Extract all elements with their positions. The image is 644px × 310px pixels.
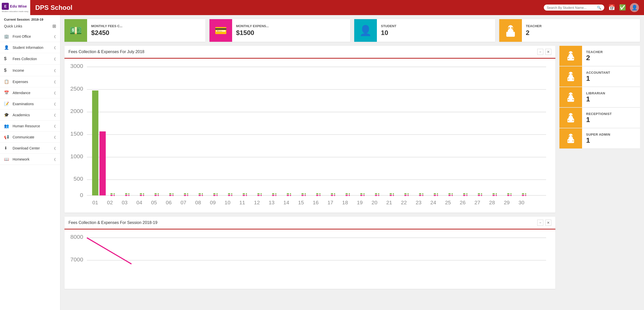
- tasks-icon[interactable]: ✅: [619, 4, 626, 11]
- svg-text:05: 05: [151, 200, 157, 205]
- svg-rect-132: [568, 99, 569, 100]
- accountant-role-info: ACCOUNTANT 1: [582, 68, 614, 86]
- role-card-receptionist: RECEPTIONIST 1: [559, 108, 640, 128]
- receptionist-role-info: RECEPTIONIST 1: [582, 109, 616, 127]
- sidebar-item-income[interactable]: $ Income ❮: [0, 65, 60, 76]
- role-card-teacher: TEACHER 2: [559, 46, 640, 66]
- teacher-value: 2: [526, 29, 542, 37]
- sidebar-item-student-information[interactable]: 👤 Student Information ❮: [0, 42, 60, 53]
- teacher-icon-box: [499, 19, 522, 42]
- examinations-label: Examinations: [13, 102, 54, 106]
- super-admin-role-name: SUPER ADMIN: [586, 133, 610, 136]
- svg-text:26: 26: [460, 200, 466, 205]
- july-chart-svg: 3000 2500 2000 1500 1000 500 0: [68, 62, 551, 209]
- student-info-icon: 👤: [4, 45, 10, 50]
- student-value: 10: [381, 29, 396, 37]
- sidebar: Current Session: 2018-19 Quick Links ⊞ 🏢…: [0, 15, 60, 310]
- sidebar-item-download-center[interactable]: ⬇ Download Center ❮: [0, 143, 60, 154]
- receptionist-role-icon-box: [559, 108, 582, 128]
- july-chart-minimize[interactable]: −: [537, 49, 543, 55]
- svg-text:20: 20: [372, 200, 377, 205]
- communicate-label: Communicate: [13, 135, 54, 139]
- svg-rect-129: [568, 96, 573, 98]
- svg-rect-115: [568, 55, 573, 57]
- student-label: STUDENT: [381, 24, 396, 28]
- layout: Current Session: 2018-19 Quick Links ⊞ 🏢…: [0, 15, 644, 310]
- monthly-expenses-label: MONTHLY EXPENS...: [236, 24, 269, 28]
- sidebar-item-communicate[interactable]: 📢 Communicate ❮: [0, 132, 60, 143]
- sidebar-item-fees-collection[interactable]: $ Fees Collection ❮: [0, 53, 60, 65]
- svg-point-144: [569, 135, 570, 136]
- attendance-icon: 📅: [4, 90, 10, 95]
- sidebar-item-front-office[interactable]: 🏢 Front Office ❮: [0, 31, 60, 42]
- svg-text:11: 11: [239, 200, 245, 205]
- svg-point-3: [508, 27, 510, 29]
- examinations-arrow: ❮: [54, 102, 56, 106]
- svg-text:16: 16: [313, 200, 318, 205]
- stat-card-teacher: TEACHER 2: [499, 19, 640, 42]
- sidebar-item-expenses[interactable]: 📋 Expenses ❮: [0, 76, 60, 87]
- sidebar-item-attendance[interactable]: 📅 Attendance ❮: [0, 87, 60, 98]
- role-card-librarian: LIBRARIAN 1: [559, 87, 640, 107]
- teacher-info: TEACHER 2: [522, 21, 546, 40]
- grid-icon[interactable]: ⊞: [52, 23, 56, 29]
- front-office-arrow: ❮: [54, 35, 56, 38]
- content-area: Fees Collection & Expenses For July 2018…: [64, 46, 640, 306]
- front-office-icon: 🏢: [4, 34, 10, 39]
- svg-text:03: 03: [122, 200, 127, 205]
- svg-rect-143: [568, 137, 573, 140]
- search-box[interactable]: 🔍: [544, 5, 604, 11]
- charts-column: Fees Collection & Expenses For July 2018…: [64, 46, 555, 306]
- svg-rect-119: [572, 58, 574, 59]
- session-chart-minimize[interactable]: −: [537, 220, 543, 226]
- session-chart-header: Fees Collection & Expenses For Session 2…: [64, 217, 555, 229]
- calendar-icon[interactable]: 📅: [608, 4, 615, 11]
- academics-arrow: ❮: [54, 113, 56, 117]
- quick-links-label: Quick Links: [4, 24, 22, 28]
- examinations-icon: 📝: [4, 101, 10, 106]
- academics-icon: 🎓: [4, 112, 10, 117]
- svg-text:25: 25: [445, 200, 451, 205]
- svg-text:04: 04: [136, 200, 142, 205]
- librarian-role-count: 1: [586, 95, 605, 103]
- sidebar-item-academics[interactable]: 🎓 Academics ❮: [0, 109, 60, 121]
- sidebar-item-examinations[interactable]: 📝 Examinations ❮: [0, 98, 60, 109]
- teacher-role-count: 2: [586, 54, 603, 62]
- income-icon: $: [4, 68, 10, 73]
- svg-rect-139: [568, 120, 569, 121]
- svg-rect-118: [568, 58, 569, 59]
- avatar[interactable]: 👤: [630, 3, 639, 12]
- attendance-arrow: ❮: [54, 91, 56, 95]
- header-right: 🔍 📅 ✅ 👤: [544, 3, 639, 12]
- search-input[interactable]: [547, 6, 597, 10]
- stat-card-student: 👤 STUDENT 10: [354, 19, 495, 42]
- session-chart-title: Fees Collection & Expenses For Session 2…: [68, 220, 157, 225]
- teacher-role-icon: [565, 50, 576, 61]
- sidebar-item-homework[interactable]: 📖 Homework ❮: [0, 154, 60, 165]
- teacher-role-name: TEACHER: [586, 50, 603, 54]
- svg-point-145: [571, 135, 573, 136]
- svg-text:0: 0: [80, 192, 83, 198]
- svg-point-123: [569, 73, 570, 74]
- svg-text:01: 01: [92, 200, 98, 205]
- communicate-arrow: ❮: [54, 135, 56, 139]
- fees-icon: $: [4, 56, 10, 61]
- right-panel: TEACHER 2: [559, 46, 640, 306]
- sidebar-item-human-resource[interactable]: 👥 Human Resource ❮: [0, 121, 60, 132]
- session-chart-close[interactable]: ✕: [545, 220, 551, 226]
- svg-rect-136: [568, 117, 573, 119]
- librarian-role-icon-box: [559, 87, 582, 107]
- logo-subtitle: Modern education made easy: [2, 10, 28, 13]
- svg-text:06: 06: [166, 200, 172, 205]
- svg-point-124: [571, 73, 573, 74]
- accountant-role-icon: [565, 71, 576, 82]
- svg-text:2500: 2500: [70, 85, 83, 92]
- july-chart-close[interactable]: ✕: [545, 49, 551, 55]
- session-chart-body: 8000 7000: [64, 229, 555, 289]
- receptionist-role-name: RECEPTIONIST: [586, 112, 612, 116]
- download-arrow: ❮: [54, 146, 56, 150]
- svg-point-131: [571, 94, 573, 95]
- svg-text:08: 08: [195, 200, 201, 205]
- svg-rect-20: [99, 131, 106, 195]
- super-admin-role-icon: [565, 133, 576, 144]
